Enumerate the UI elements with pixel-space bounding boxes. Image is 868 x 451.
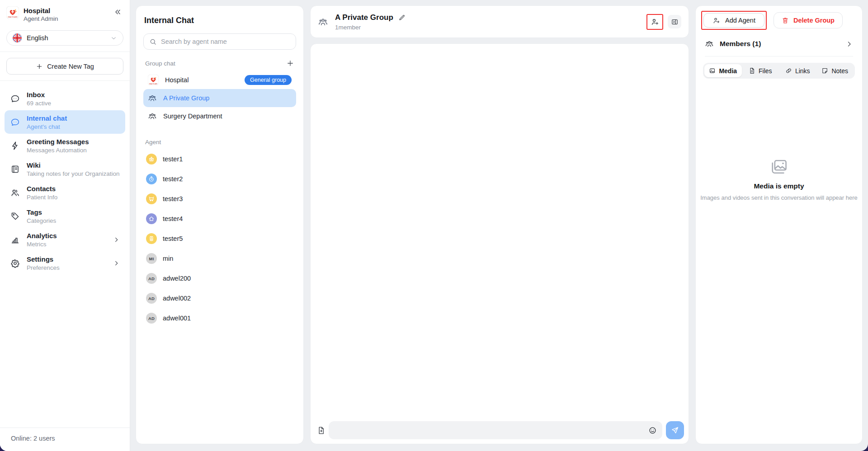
edit-group-name-button[interactable] <box>398 14 406 21</box>
notebook-icon <box>10 164 20 174</box>
tab-files[interactable]: Files <box>742 64 779 77</box>
agent-row[interactable]: AD adwel001 <box>143 308 296 328</box>
agent-row[interactable]: tester3 <box>143 189 296 209</box>
agent-row[interactable]: tester1 <box>143 149 296 169</box>
empty-state-caption: Images and videos sent in this conversat… <box>700 194 858 201</box>
group-icon <box>148 94 157 103</box>
plus-icon <box>36 63 43 70</box>
agent-row[interactable]: AD adwel002 <box>143 288 296 308</box>
cart-icon <box>148 196 155 202</box>
home-icon <box>148 216 155 222</box>
members-count: 1member <box>335 24 406 31</box>
svg-text:HEALTHCARE: HEALTHCARE <box>149 83 157 85</box>
add-member-button[interactable] <box>646 14 663 30</box>
sidebar-item-analytics[interactable]: AnalyticsMetrics <box>5 228 125 251</box>
sidebar-item-wiki[interactable]: WikiTaking notes for your Organization <box>5 157 125 181</box>
agent-name: adwel001 <box>163 315 191 322</box>
bar-chart-icon <box>10 235 20 244</box>
person-plus-icon <box>712 17 720 24</box>
agent-row[interactable]: AD adwel200 <box>143 268 296 288</box>
message-input-field <box>329 421 662 439</box>
agent-name: adwel002 <box>163 295 191 302</box>
sidebar-nav: Inbox69 active Internal chatAgent's chat… <box>0 81 130 275</box>
language-value: English <box>27 34 48 42</box>
avatar: AD <box>146 313 157 324</box>
tab-media[interactable]: Media <box>704 64 742 77</box>
svg-text:HEALTHCARE: HEALTHCARE <box>8 16 17 18</box>
chat-bubble-icon <box>10 117 20 127</box>
tab-notes[interactable]: Notes <box>816 64 854 77</box>
content-stage: HEALTHCARE Hospital Agent Admin <box>0 0 868 451</box>
emoji-picker-button[interactable] <box>648 426 657 435</box>
smiley-icon <box>648 426 657 435</box>
group-actions: Add Agent Delete Group <box>701 11 857 30</box>
avatar <box>146 193 157 204</box>
avatar <box>146 213 157 224</box>
sidebar-item-greeting-messages[interactable]: Greeting MessagesMessages Automation <box>5 134 125 157</box>
agent-name: tester4 <box>163 215 183 222</box>
group-row-surgery-department[interactable]: Surgery Department <box>143 107 296 125</box>
conversation-body <box>310 43 689 444</box>
agent-row[interactable]: tester5 <box>143 229 296 249</box>
avatar <box>146 154 157 164</box>
group-row-hospital[interactable]: HEALTHCARE Hospital General group <box>143 71 296 89</box>
hospital-logo: HEALTHCARE <box>148 75 159 85</box>
sidebar-item-inbox[interactable]: Inbox69 active <box>5 87 125 110</box>
members-row[interactable]: Members (1) <box>705 39 853 56</box>
agent-row[interactable]: tester4 <box>143 209 296 229</box>
collapse-sidebar-button[interactable] <box>112 6 123 18</box>
group-row-a-private-group[interactable]: A Private Group <box>143 89 296 107</box>
language-select[interactable]: English <box>6 30 123 46</box>
agent-row[interactable]: tester2 <box>143 169 296 189</box>
sidebar-item-internal-chat[interactable]: Internal chatAgent's chat <box>5 110 125 134</box>
lightning-bolt-icon <box>10 141 20 150</box>
hospital-logo: HEALTHCARE <box>6 6 19 19</box>
general-group-badge: General group <box>245 75 292 85</box>
sidebar-item-contacts[interactable]: ContactsPatient Info <box>5 181 125 204</box>
avatar <box>146 233 157 244</box>
avatar: MI <box>146 253 157 264</box>
group-icon <box>148 112 157 121</box>
chevron-down-icon <box>110 35 117 42</box>
empty-state-title: Media is empty <box>754 182 804 190</box>
delete-group-button[interactable]: Delete Group <box>774 12 843 28</box>
pencil-icon <box>398 14 406 21</box>
basket-icon <box>148 156 155 162</box>
add-agent-button[interactable]: Add Agent <box>703 13 764 28</box>
create-new-tag-button[interactable]: Create New Tag <box>6 58 123 75</box>
chat-bubble-icon <box>10 94 20 103</box>
app-root: { "app": {"online_status": "Online: 2 us… <box>0 0 868 451</box>
note-icon <box>821 67 828 74</box>
message-input[interactable] <box>334 427 648 434</box>
group-icon <box>318 17 328 27</box>
group-name: Surgery Department <box>163 113 222 120</box>
add-group-button[interactable] <box>286 59 294 67</box>
link-icon <box>785 67 792 74</box>
members-label: Members (1) <box>720 40 761 48</box>
toggle-details-panel-button[interactable] <box>668 15 681 28</box>
panel-toggle-icon <box>671 18 679 26</box>
group-name: Hospital <box>165 76 189 84</box>
person-plus-icon <box>651 18 659 26</box>
org-name: Hospital <box>24 7 58 14</box>
plus-icon <box>286 59 294 67</box>
chevron-right-icon <box>113 260 120 267</box>
sidebar-item-settings[interactable]: SettingsPreferences <box>5 251 125 275</box>
org-role: Agent Admin <box>24 15 58 22</box>
speaker-icon <box>148 235 155 242</box>
sidebar-item-tags[interactable]: TagsCategories <box>5 204 125 228</box>
section-label: Group chat <box>145 60 175 67</box>
send-message-button[interactable] <box>666 421 684 439</box>
agent-row[interactable]: MI min <box>143 249 296 268</box>
add-agent-highlight: Add Agent <box>701 11 767 30</box>
uk-flag-icon <box>13 33 22 42</box>
panel-title: Internal Chat <box>144 16 295 25</box>
search-input[interactable] <box>161 38 290 45</box>
tab-links[interactable]: Links <box>779 64 816 77</box>
group-icon <box>705 39 714 48</box>
image-icon <box>709 67 716 74</box>
group-chat-section-header: Group chat <box>145 59 294 67</box>
attach-file-button[interactable] <box>315 426 327 435</box>
file-icon <box>749 67 755 74</box>
people-icon <box>10 188 20 197</box>
